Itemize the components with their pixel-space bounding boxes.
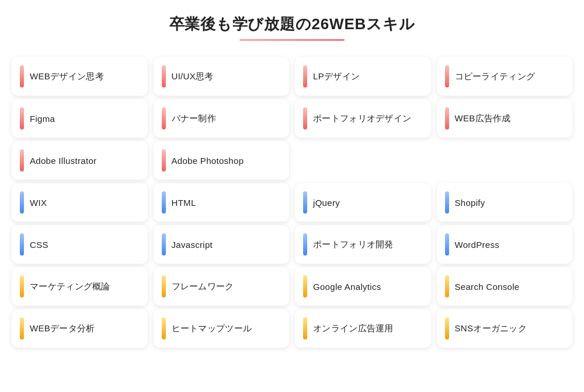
section-1-row-0: WIXHTMLjQueryShopify xyxy=(12,183,572,222)
card-bar xyxy=(162,107,166,130)
card-bar xyxy=(20,233,24,256)
card-label: Google Analytics xyxy=(313,282,381,292)
card-label: UI/UX思考 xyxy=(172,71,214,82)
card-bar xyxy=(445,275,449,298)
card-bar xyxy=(445,317,449,340)
card-label: WEBデータ分析 xyxy=(30,323,95,334)
card-bar xyxy=(303,275,307,298)
card-label: コピーライティング xyxy=(455,71,536,82)
card-label: Shopify xyxy=(455,198,485,208)
skill-card: UI/UX思考 xyxy=(154,57,290,96)
card-bar xyxy=(303,317,307,340)
card-label: Adobe Photoshop xyxy=(172,156,244,166)
skill-card: バナー制作 xyxy=(154,99,290,138)
card-label: WEB広告作成 xyxy=(455,113,511,124)
card-bar xyxy=(20,317,24,340)
skill-card: オンライン広告運用 xyxy=(295,309,431,348)
card-bar xyxy=(303,191,307,214)
card-bar xyxy=(20,275,24,298)
skill-card: Google Analytics xyxy=(295,267,431,306)
card-label: Search Console xyxy=(455,282,520,292)
card-bar xyxy=(20,65,24,88)
card-label: LPデザイン xyxy=(313,71,360,82)
card-label: オンライン広告運用 xyxy=(313,323,394,334)
card-label: バナー制作 xyxy=(172,113,217,124)
card-bar xyxy=(445,233,449,256)
section-0-row-2: Adobe IllustratorAdobe Photoshop xyxy=(12,141,572,180)
skill-card: WEBデータ分析 xyxy=(12,309,148,348)
title-wrap: 卒業後も学び放題の26WEBスキル xyxy=(12,14,572,41)
skill-card: WordPress xyxy=(437,225,573,264)
section-0-row-1: Figmaバナー制作ポートフォリオデザインWEB広告作成 xyxy=(12,99,572,138)
skill-card: フレームワーク xyxy=(154,267,290,306)
card-label: マーケティング概論 xyxy=(30,281,110,292)
empty-cell xyxy=(437,141,573,180)
card-bar xyxy=(20,107,24,130)
section-2-row-0: マーケティング概論フレームワークGoogle AnalyticsSearch C… xyxy=(12,267,572,306)
section-1-row-1: CSSJavascriptポートフォリオ開発WordPress xyxy=(12,225,572,264)
card-bar xyxy=(303,107,307,130)
skill-card: Adobe Illustrator xyxy=(12,141,148,180)
card-bar xyxy=(20,191,24,214)
skill-card: WIX xyxy=(12,183,148,222)
empty-cell xyxy=(295,141,431,180)
card-bar xyxy=(162,65,166,88)
card-label: ポートフォリオ開発 xyxy=(313,239,394,250)
card-bar xyxy=(162,275,166,298)
card-label: HTML xyxy=(172,198,196,208)
card-label: SNSオーガニック xyxy=(455,323,527,334)
card-bar xyxy=(162,149,166,172)
card-bar xyxy=(445,107,449,130)
card-bar xyxy=(162,191,166,214)
card-bar xyxy=(162,317,166,340)
skill-card: ヒートマップツール xyxy=(154,309,290,348)
skill-card: WEBデザイン思考 xyxy=(12,57,148,96)
card-label: Adobe Illustrator xyxy=(30,156,96,166)
title-underline xyxy=(239,39,345,41)
card-label: jQuery xyxy=(313,198,340,208)
skill-card: LPデザイン xyxy=(295,57,431,96)
card-label: WIX xyxy=(30,198,47,208)
page-title: 卒業後も学び放題の26WEBスキル xyxy=(12,14,572,34)
skill-card: Adobe Photoshop xyxy=(154,141,290,180)
skill-card: CSS xyxy=(12,225,148,264)
skill-card: Javascript xyxy=(154,225,290,264)
skill-card: SNSオーガニック xyxy=(437,309,573,348)
card-label: Javascript xyxy=(172,240,213,250)
skill-card: Search Console xyxy=(437,267,573,306)
card-bar xyxy=(445,191,449,214)
card-label: Figma xyxy=(30,114,55,124)
skill-card: マーケティング概論 xyxy=(12,267,148,306)
card-label: フレームワーク xyxy=(172,281,234,292)
skill-card: jQuery xyxy=(295,183,431,222)
skills-grid: WEBデザイン思考UI/UX思考LPデザインコピーライティングFigmaバナー制… xyxy=(12,57,572,348)
skill-card: WEB広告作成 xyxy=(437,99,573,138)
section-2-row-1: WEBデータ分析ヒートマップツールオンライン広告運用SNSオーガニック xyxy=(12,309,572,348)
card-bar xyxy=(303,65,307,88)
skill-card: ポートフォリオ開発 xyxy=(295,225,431,264)
page-container: 卒業後も学び放題の26WEBスキル WEBデザイン思考UI/UX思考LPデザイン… xyxy=(12,14,572,348)
card-bar xyxy=(445,65,449,88)
skill-card: HTML xyxy=(154,183,290,222)
skill-card: ポートフォリオデザイン xyxy=(295,99,431,138)
section-0-row-0: WEBデザイン思考UI/UX思考LPデザインコピーライティング xyxy=(12,57,572,96)
card-label: CSS xyxy=(30,240,48,250)
card-label: ヒートマップツール xyxy=(172,323,252,334)
card-bar xyxy=(162,233,166,256)
card-label: WEBデザイン思考 xyxy=(30,71,104,82)
skill-card: Figma xyxy=(12,99,148,138)
card-label: WordPress xyxy=(455,240,500,250)
skill-card: コピーライティング xyxy=(437,57,573,96)
card-bar xyxy=(303,233,307,256)
card-label: ポートフォリオデザイン xyxy=(313,113,411,124)
card-bar xyxy=(20,149,24,172)
skill-card: Shopify xyxy=(437,183,573,222)
